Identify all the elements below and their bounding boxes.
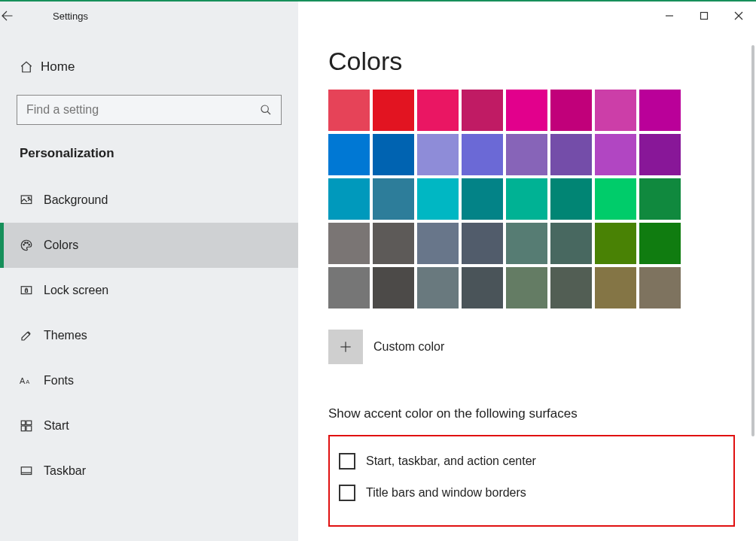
home-label: Home	[41, 59, 75, 74]
background-icon	[20, 193, 44, 207]
color-swatch[interactable]	[550, 90, 592, 131]
color-swatch[interactable]	[373, 134, 414, 175]
custom-color-label: Custom color	[373, 340, 444, 354]
window-controls	[652, 4, 756, 28]
color-swatch[interactable]	[462, 223, 503, 264]
svg-line-5	[267, 111, 270, 114]
color-swatch[interactable]	[462, 90, 503, 131]
color-swatch[interactable]	[328, 267, 370, 308]
color-swatch[interactable]	[595, 223, 636, 264]
sidebar-item-label: Colors	[44, 239, 78, 252]
sidebar-item-colors[interactable]: Colors	[0, 223, 298, 268]
checkbox-label: Start, taskbar, and action center	[366, 454, 536, 468]
color-swatch[interactable]	[417, 90, 459, 131]
color-swatch[interactable]	[506, 134, 547, 175]
color-swatch[interactable]	[417, 134, 459, 175]
sidebar-item-taskbar[interactable]: Taskbar	[0, 448, 298, 494]
color-swatch[interactable]	[373, 90, 414, 131]
taskbar-icon	[20, 464, 44, 478]
color-swatch[interactable]	[328, 223, 370, 264]
color-swatch[interactable]	[550, 134, 592, 175]
sidebar-item-label: Themes	[44, 329, 87, 342]
colors-icon	[20, 239, 44, 252]
home-icon	[20, 60, 41, 74]
color-swatch[interactable]	[328, 178, 370, 220]
themes-icon	[20, 329, 44, 342]
color-swatch[interactable]	[550, 223, 592, 264]
main-content: Colors Custom color Show accent color on…	[298, 2, 756, 541]
sidebar-item-label: Fonts	[44, 374, 74, 388]
home-link[interactable]: Home	[0, 47, 298, 87]
color-swatch[interactable]	[373, 178, 414, 220]
svg-point-7	[28, 197, 29, 199]
color-swatch[interactable]	[595, 267, 636, 308]
svg-point-11	[29, 245, 30, 246]
back-button[interactable]	[0, 9, 36, 23]
minimize-button[interactable]	[652, 4, 687, 28]
color-swatch[interactable]	[506, 223, 547, 264]
color-swatch[interactable]	[639, 267, 681, 308]
checkbox-box[interactable]	[339, 485, 355, 501]
color-swatch[interactable]	[462, 134, 503, 175]
color-swatch[interactable]	[462, 267, 503, 308]
color-swatch[interactable]	[639, 90, 681, 131]
color-swatch[interactable]	[639, 178, 681, 220]
color-swatch[interactable]	[639, 134, 681, 175]
svg-rect-20	[21, 467, 32, 475]
search-input-wrap[interactable]	[17, 95, 282, 125]
svg-point-4	[261, 105, 268, 112]
titlebar: Settings	[0, 2, 756, 30]
color-swatch[interactable]	[550, 178, 592, 220]
checkbox-title-bars[interactable]: Title bars and window borders	[339, 477, 723, 509]
color-swatch[interactable]	[417, 223, 459, 264]
sidebar-item-fonts[interactable]: AAFonts	[0, 358, 298, 403]
checkbox-box[interactable]	[339, 453, 355, 470]
svg-rect-19	[26, 426, 32, 431]
color-swatch[interactable]	[550, 267, 592, 308]
section-title: Personalization	[0, 138, 298, 178]
sidebar-item-background[interactable]: Background	[0, 178, 298, 223]
color-swatch[interactable]	[328, 90, 370, 131]
search-input[interactable]	[26, 103, 260, 117]
page-title: Colors	[328, 47, 738, 76]
checkbox-label: Title bars and window borders	[366, 486, 526, 500]
checkbox-start-taskbar[interactable]: Start, taskbar, and action center	[339, 445, 723, 477]
svg-rect-18	[21, 426, 25, 431]
accent-surfaces-heading: Show accent color on the following surfa…	[328, 406, 738, 421]
svg-text:A: A	[20, 376, 26, 385]
accent-surface-options: Start, taskbar, and action centerTitle b…	[328, 435, 735, 527]
start-icon	[20, 419, 44, 433]
color-swatch[interactable]	[506, 178, 547, 220]
color-swatch[interactable]	[595, 178, 636, 220]
scrollbar[interactable]	[751, 45, 754, 436]
nav-list: BackgroundColorsLock screenThemesAAFonts…	[0, 178, 298, 541]
sidebar-item-lockscreen[interactable]: Lock screen	[0, 268, 298, 313]
color-swatch[interactable]	[417, 267, 459, 308]
svg-rect-17	[26, 421, 32, 424]
lockscreen-icon	[20, 284, 44, 297]
color-swatch[interactable]	[595, 134, 636, 175]
color-swatch[interactable]	[506, 267, 547, 308]
maximize-button[interactable]	[687, 4, 721, 28]
svg-rect-16	[21, 421, 25, 424]
color-swatch-grid	[328, 90, 738, 308]
color-swatch[interactable]	[639, 223, 681, 264]
svg-rect-13	[26, 290, 28, 292]
color-swatch[interactable]	[462, 178, 503, 220]
sidebar-item-label: Lock screen	[44, 284, 108, 297]
color-swatch[interactable]	[373, 267, 414, 308]
close-button[interactable]	[721, 4, 756, 28]
color-swatch[interactable]	[595, 90, 636, 131]
svg-text:A: A	[26, 378, 29, 385]
sidebar-item-label: Start	[44, 419, 69, 433]
custom-color-button[interactable]	[328, 330, 363, 364]
sidebar-item-label: Taskbar	[44, 464, 86, 478]
color-swatch[interactable]	[328, 134, 370, 175]
color-swatch[interactable]	[373, 223, 414, 264]
color-swatch[interactable]	[417, 178, 459, 220]
fonts-icon: AA	[20, 375, 44, 387]
sidebar-item-start[interactable]: Start	[0, 403, 298, 448]
sidebar-item-themes[interactable]: Themes	[0, 313, 298, 358]
color-swatch[interactable]	[506, 90, 547, 131]
sidebar: Home Personalization BackgroundColorsLoc…	[0, 2, 298, 541]
